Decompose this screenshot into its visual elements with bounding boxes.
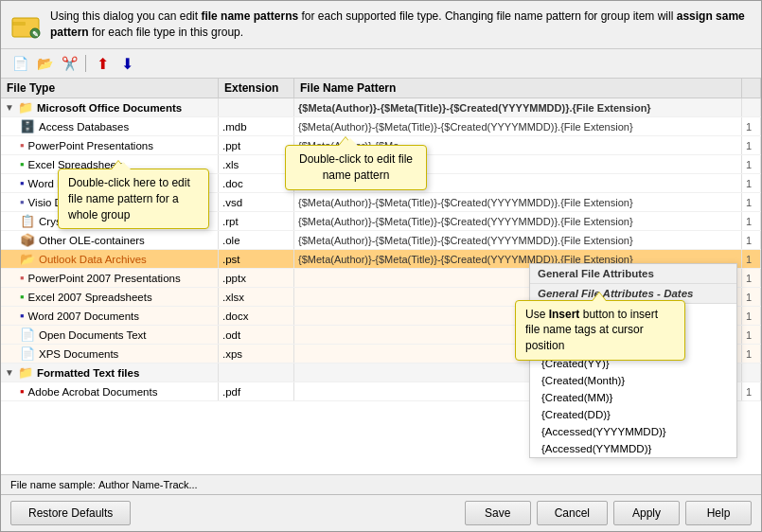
open-button[interactable]: 📂 (33, 53, 56, 74)
cell-name: ▪ PowerPoint Presentations (1, 136, 219, 154)
cell-ext: .xlsx (219, 288, 294, 306)
file-icon: ▪ (20, 138, 25, 152)
folder-icon: 📁 (18, 365, 33, 380)
dropdown-menu[interactable]: General File Attributes General File Att… (529, 263, 737, 458)
cancel-button[interactable]: Cancel (537, 501, 608, 525)
move-up-button[interactable]: ⬆ (91, 53, 114, 74)
dropdown-item[interactable]: {Created(MM)} (530, 389, 736, 406)
file-icon: ▪ (20, 195, 25, 209)
callout-insert: Use Insert button to insert file name ta… (515, 300, 685, 361)
toolbar: 📄 📂 ✂️ ⬆ ⬇ (1, 49, 761, 79)
delete-button[interactable]: ✂️ (58, 53, 80, 74)
file-icon: 📦 (20, 233, 35, 247)
cell-count: 1 (742, 117, 761, 135)
dialog-icon: ✎ (10, 10, 41, 41)
file-name-sample-bar: File name sample: Author Name-Track... (1, 474, 761, 494)
cell-pattern: {$Meta(Author)}-{$Meta(Title)}-{$Created… (294, 98, 742, 116)
header-description: Using this dialog you can edit file name… (50, 9, 752, 41)
callout-pattern: Double-click to edit file name pattern (285, 145, 427, 190)
dropdown-header-general: General File Attributes (530, 264, 736, 284)
file-icon: 📄 (20, 328, 35, 342)
cell-count: 1 (742, 345, 761, 363)
callout-group: Double-click here to edit file name patt… (58, 168, 209, 229)
cell-pattern: {$Meta(Author)}-{$Meta(Title)}-{$Created… (294, 117, 742, 135)
cell-count: 1 (742, 382, 761, 400)
file-icon: ▪ (20, 176, 25, 190)
cell-count: 1 (742, 307, 761, 325)
cell-count: 1 (742, 288, 761, 306)
folder-icon: 📁 (18, 100, 33, 115)
cell-count: 1 (742, 212, 761, 230)
file-icon: ▪ (20, 271, 25, 285)
dropdown-item[interactable]: {Accessed(YYYYMMDD)} (530, 423, 736, 440)
cell-pattern: {$Meta(Author)}-{$Meta(Title)}-{$Created… (294, 231, 742, 249)
new-button[interactable]: 📄 (9, 53, 31, 74)
file-icon: ▪ (20, 309, 25, 323)
cell-name: ▪ Excel 2007 Spreadsheets (1, 288, 219, 306)
header-bar: ✎ Using this dialog you can edit file na… (1, 1, 761, 49)
cell-name: 📦 Other OLE-containers (1, 231, 219, 249)
cell-name: 📂 Outlook Data Archives (1, 250, 219, 268)
table-row[interactable]: 🗄️ Access Databases .mdb {$Meta(Author)}… (1, 117, 761, 136)
cell-count (742, 364, 761, 381)
cell-name: 📄 XPS Documents (1, 345, 219, 363)
cell-name: ▼ 📁 Formatted Text files (1, 364, 219, 381)
cell-ext: .pst (219, 250, 294, 268)
col-count (742, 79, 761, 98)
dropdown-item[interactable]: {Accessed(YYMMDD)} (530, 440, 736, 457)
table-row[interactable]: ▼ 📁 Microsoft Office Documents {$Meta(Au… (1, 98, 761, 117)
cell-name: ▪ PowerPoint 2007 Presentations (1, 269, 219, 287)
help-button[interactable]: Help (685, 501, 752, 525)
cell-count: 1 (742, 155, 761, 173)
table-row[interactable]: 📦 Other OLE-containers .ole {$Meta(Autho… (1, 231, 761, 250)
cell-name: ▪ Adobe Acrobat Documents (1, 382, 219, 400)
file-icon: 📂 (20, 252, 35, 266)
cell-ext: .ppt (219, 136, 294, 154)
file-icon: 📋 (20, 214, 35, 228)
cell-name: ▼ 📁 Microsoft Office Documents (1, 98, 219, 116)
cell-count (742, 98, 761, 116)
dropdown-item[interactable]: {Created(Month)} (530, 372, 736, 389)
file-icon: 📄 (20, 346, 35, 361)
cell-ext: .mdb (219, 117, 294, 135)
cell-ext: .odt (219, 326, 294, 344)
col-extension: Extension (219, 79, 294, 98)
cell-pattern: {$Meta(Author)}-{$Meta(Title)}-{$Created… (294, 193, 742, 211)
file-icon: ▪ (20, 290, 25, 304)
cell-count: 1 (742, 231, 761, 249)
col-pattern: File Name Pattern (294, 79, 742, 98)
cell-count: 1 (742, 326, 761, 344)
content-area: File Type Extension File Name Pattern ▼ … (1, 79, 761, 474)
expand-icon: ▼ (5, 102, 14, 113)
cell-ext: .vsd (219, 193, 294, 211)
file-icon: 🗄️ (20, 119, 35, 133)
cell-count: 1 (742, 174, 761, 192)
button-bar: Restore Defaults Save Cancel Apply Help (1, 494, 761, 531)
cell-ext (219, 98, 294, 116)
cell-ext: .ole (219, 231, 294, 249)
cell-count: 1 (742, 136, 761, 154)
cell-count: 1 (742, 269, 761, 287)
cell-ext: .doc (219, 174, 294, 192)
cell-ext: .docx (219, 307, 294, 325)
cell-name: ▪ Word 2007 Documents (1, 307, 219, 325)
cell-pattern: {$Meta(Author)}-{$Meta(Title)}-{$Created… (294, 212, 742, 230)
cell-ext: .xps (219, 345, 294, 363)
cell-ext: .pptx (219, 269, 294, 287)
move-down-button[interactable]: ⬇ (115, 53, 138, 74)
cell-name: 🗄️ Access Databases (1, 117, 219, 135)
expand-icon: ▼ (5, 367, 14, 378)
file-icon: ▪ (20, 384, 25, 399)
cell-ext: .rpt (219, 212, 294, 230)
svg-rect-1 (12, 22, 26, 26)
cell-count: 1 (742, 193, 761, 211)
cell-name: 📄 Open Documents Text (1, 326, 219, 344)
svg-text:✎: ✎ (32, 30, 39, 39)
cell-count: 1 (742, 250, 761, 268)
dropdown-item[interactable]: {Created(DD)} (530, 406, 736, 423)
save-button[interactable]: Save (465, 501, 531, 525)
restore-defaults-button[interactable]: Restore Defaults (10, 501, 131, 525)
cell-ext (219, 364, 294, 381)
col-filetype: File Type (1, 79, 219, 98)
apply-button[interactable]: Apply (613, 501, 680, 525)
